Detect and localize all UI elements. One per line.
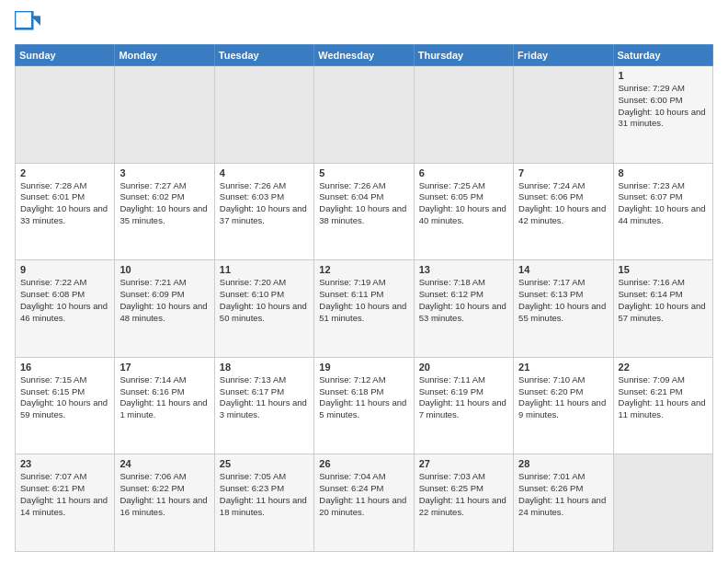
- day-cell: 24Sunrise: 7:06 AMSunset: 6:22 PMDayligh…: [115, 454, 214, 552]
- logo-icon: [15, 11, 40, 37]
- day-number: 12: [319, 264, 408, 275]
- week-row-1: 1Sunrise: 7:29 AMSunset: 6:00 PMDaylight…: [16, 66, 713, 164]
- day-number: 11: [220, 264, 309, 275]
- day-info: Daylight: 11 hours and 24 minutes.: [518, 495, 608, 519]
- day-number: 22: [619, 362, 708, 373]
- day-info: Sunrise: 7:28 AM: [20, 180, 109, 192]
- day-cell: 2Sunrise: 7:28 AMSunset: 6:01 PMDaylight…: [16, 163, 115, 260]
- day-info: Daylight: 11 hours and 16 minutes.: [119, 495, 209, 519]
- day-info: Sunset: 6:10 PM: [220, 289, 309, 301]
- day-info: Sunrise: 7:07 AM: [20, 471, 109, 483]
- day-number: 28: [518, 458, 608, 469]
- day-info: Sunset: 6:02 PM: [119, 191, 209, 203]
- day-info: Sunset: 6:20 PM: [518, 386, 608, 398]
- day-cell: [414, 66, 513, 164]
- day-cell: 20Sunrise: 7:11 AMSunset: 6:19 PMDayligh…: [414, 357, 513, 454]
- week-row-5: 23Sunrise: 7:07 AMSunset: 6:21 PMDayligh…: [16, 454, 713, 552]
- day-info: Sunrise: 7:01 AM: [518, 471, 608, 483]
- day-info: Sunrise: 7:20 AM: [220, 277, 309, 289]
- day-info: Sunset: 6:26 PM: [518, 483, 608, 495]
- day-info: Sunrise: 7:19 AM: [319, 277, 408, 289]
- day-info: Sunset: 6:01 PM: [20, 191, 109, 203]
- day-number: 16: [20, 362, 109, 373]
- day-info: Sunset: 6:19 PM: [419, 386, 508, 398]
- day-info: Daylight: 11 hours and 9 minutes.: [518, 397, 608, 421]
- day-info: Sunrise: 7:16 AM: [619, 277, 708, 289]
- day-info: Sunset: 6:14 PM: [619, 289, 708, 301]
- day-number: 6: [419, 167, 508, 178]
- day-number: 25: [220, 458, 309, 469]
- day-info: Sunset: 6:11 PM: [319, 289, 408, 301]
- week-row-3: 9Sunrise: 7:22 AMSunset: 6:08 PMDaylight…: [16, 260, 713, 358]
- day-number: 2: [20, 167, 109, 178]
- day-number: 13: [419, 264, 508, 275]
- day-info: Sunset: 6:16 PM: [119, 386, 209, 398]
- day-info: Sunset: 6:07 PM: [619, 191, 708, 203]
- day-info: Daylight: 10 hours and 59 minutes.: [20, 397, 109, 421]
- day-cell: [214, 66, 313, 164]
- day-cell: 18Sunrise: 7:13 AMSunset: 6:17 PMDayligh…: [214, 357, 313, 454]
- day-cell: [115, 66, 214, 164]
- day-info: Sunrise: 7:14 AM: [119, 374, 209, 386]
- day-cell: 8Sunrise: 7:23 AMSunset: 6:07 PMDaylight…: [613, 163, 712, 260]
- day-info: Daylight: 11 hours and 22 minutes.: [419, 495, 508, 519]
- day-cell: 22Sunrise: 7:09 AMSunset: 6:21 PMDayligh…: [613, 357, 712, 454]
- day-cell: [613, 454, 712, 552]
- day-info: Sunrise: 7:04 AM: [319, 471, 408, 483]
- weekday-header-friday: Friday: [514, 45, 613, 66]
- day-info: Daylight: 10 hours and 35 minutes.: [119, 203, 209, 227]
- day-number: 14: [518, 264, 608, 275]
- day-info: Sunset: 6:04 PM: [319, 191, 408, 203]
- day-number: 3: [119, 167, 209, 178]
- day-info: Daylight: 11 hours and 11 minutes.: [619, 397, 708, 421]
- day-info: Sunrise: 7:22 AM: [20, 277, 109, 289]
- day-info: Sunrise: 7:26 AM: [220, 180, 309, 192]
- calendar-header: SundayMondayTuesdayWednesdayThursdayFrid…: [16, 45, 713, 66]
- day-info: Sunset: 6:24 PM: [319, 483, 408, 495]
- day-number: 27: [419, 458, 508, 469]
- day-info: Daylight: 11 hours and 7 minutes.: [419, 397, 508, 421]
- day-cell: 25Sunrise: 7:05 AMSunset: 6:23 PMDayligh…: [214, 454, 313, 552]
- day-info: Sunrise: 7:24 AM: [518, 180, 608, 192]
- svg-rect-0: [15, 11, 40, 37]
- day-number: 10: [119, 264, 209, 275]
- day-info: Sunset: 6:18 PM: [319, 386, 408, 398]
- day-info: Sunset: 6:00 PM: [619, 95, 708, 107]
- day-info: Sunset: 6:22 PM: [119, 483, 209, 495]
- day-info: Daylight: 10 hours and 38 minutes.: [319, 203, 408, 227]
- day-cell: 3Sunrise: 7:27 AMSunset: 6:02 PMDaylight…: [115, 163, 214, 260]
- day-info: Daylight: 11 hours and 18 minutes.: [220, 495, 309, 519]
- logo: [15, 11, 44, 37]
- day-number: 5: [319, 167, 408, 178]
- day-info: Daylight: 10 hours and 44 minutes.: [619, 203, 708, 227]
- day-cell: 26Sunrise: 7:04 AMSunset: 6:24 PMDayligh…: [314, 454, 414, 552]
- day-cell: 23Sunrise: 7:07 AMSunset: 6:21 PMDayligh…: [16, 454, 115, 552]
- weekday-header-saturday: Saturday: [613, 45, 712, 66]
- day-cell: 9Sunrise: 7:22 AMSunset: 6:08 PMDaylight…: [16, 260, 115, 358]
- day-info: Sunrise: 7:21 AM: [119, 277, 209, 289]
- day-info: Sunset: 6:17 PM: [220, 386, 309, 398]
- day-cell: 6Sunrise: 7:25 AMSunset: 6:05 PMDaylight…: [414, 163, 513, 260]
- day-number: 7: [518, 167, 608, 178]
- day-info: Daylight: 10 hours and 57 minutes.: [619, 301, 708, 325]
- day-cell: 19Sunrise: 7:12 AMSunset: 6:18 PMDayligh…: [314, 357, 414, 454]
- day-info: Sunset: 6:21 PM: [20, 483, 109, 495]
- day-info: Daylight: 10 hours and 46 minutes.: [20, 301, 109, 325]
- day-cell: 11Sunrise: 7:20 AMSunset: 6:10 PMDayligh…: [214, 260, 313, 358]
- weekday-header-thursday: Thursday: [414, 45, 513, 66]
- calendar-table: SundayMondayTuesdayWednesdayThursdayFrid…: [15, 44, 713, 552]
- day-info: Sunset: 6:23 PM: [220, 483, 309, 495]
- day-cell: 28Sunrise: 7:01 AMSunset: 6:26 PMDayligh…: [514, 454, 613, 552]
- day-info: Sunrise: 7:15 AM: [20, 374, 109, 386]
- day-info: Sunset: 6:05 PM: [419, 191, 508, 203]
- day-info: Sunset: 6:03 PM: [220, 191, 309, 203]
- day-info: Sunrise: 7:12 AM: [319, 374, 408, 386]
- day-info: Daylight: 11 hours and 20 minutes.: [319, 495, 408, 519]
- weekday-header-wednesday: Wednesday: [314, 45, 414, 66]
- day-info: Daylight: 10 hours and 48 minutes.: [119, 301, 209, 325]
- day-number: 8: [619, 167, 708, 178]
- day-cell: 7Sunrise: 7:24 AMSunset: 6:06 PMDaylight…: [514, 163, 613, 260]
- day-info: Sunrise: 7:06 AM: [119, 471, 209, 483]
- day-cell: 21Sunrise: 7:10 AMSunset: 6:20 PMDayligh…: [514, 357, 613, 454]
- day-cell: [16, 66, 115, 164]
